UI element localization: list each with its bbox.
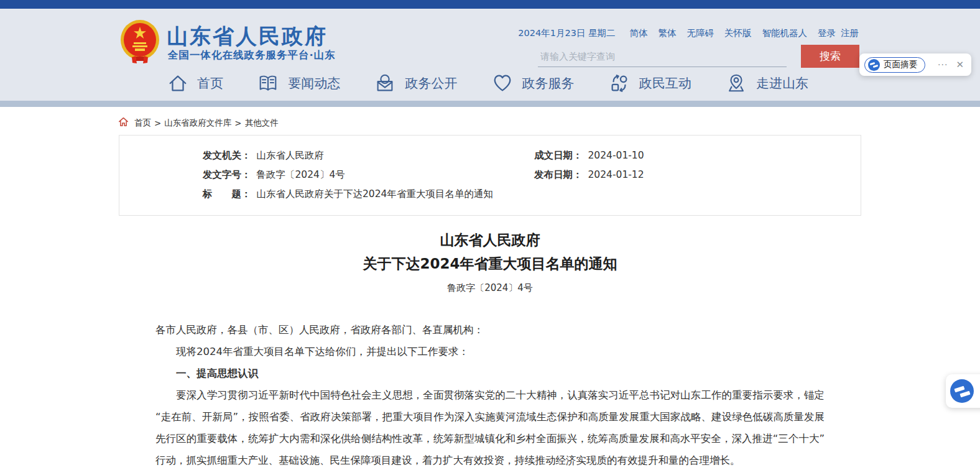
document-body: 各市人民政府，各县（市、区）人民政府，省政府各部门、各直属机构： 现将2024年… bbox=[155, 319, 825, 470]
search-button[interactable]: 搜索 bbox=[801, 45, 859, 68]
nav-item-label: 走进山东 bbox=[756, 75, 808, 92]
link-register[interactable]: 注册 bbox=[841, 27, 859, 39]
link-accessibility[interactable]: 无障碍 bbox=[687, 27, 714, 39]
site-header: 山东省人民政府 全国一体化在线政务服务平台·山东 2024年1月23日 星期二 … bbox=[0, 9, 980, 66]
link-login[interactable]: 登录 bbox=[818, 27, 836, 39]
meta-value-issuing-agency: 山东省人民政府 bbox=[257, 150, 325, 161]
meta-label-issuing-agency: 发文机关： bbox=[203, 150, 251, 161]
page-summary-label: 页面摘要 bbox=[884, 59, 917, 70]
close-icon[interactable]: ✕ bbox=[956, 59, 964, 70]
national-emblem-logo[interactable] bbox=[119, 20, 160, 65]
link-smart-robot[interactable]: 智能机器人 bbox=[762, 27, 808, 39]
breadcrumb-separator: > bbox=[234, 118, 241, 128]
nav-item-label: 政务公开 bbox=[405, 75, 457, 92]
breadcrumb-home[interactable]: 首页 bbox=[134, 118, 151, 129]
main-nav: 首页 要闻动态 政务公开 政务服务 bbox=[0, 66, 980, 101]
heart-icon bbox=[491, 72, 514, 94]
ai-assistant-icon bbox=[868, 59, 880, 71]
meta-row: 发文机关：山东省人民政府 成文日期：2024-01-10 bbox=[119, 146, 861, 165]
link-care-version[interactable]: 关怀版 bbox=[724, 27, 752, 39]
site-title: 山东省人民政府 bbox=[167, 22, 328, 51]
interaction-icon bbox=[608, 72, 631, 94]
meta-label-doc-number: 发文字号： bbox=[203, 169, 251, 180]
meta-row: 标 题：山东省人民政府关于下达2024年省重大项目名单的通知 bbox=[119, 185, 861, 204]
current-date: 2024年1月23日 星期二 bbox=[518, 27, 615, 39]
paragraph-section-1: 要深入学习贯彻习近平新时代中国特色社会主义思想，全面贯彻落实党的二十大精神，认真… bbox=[155, 384, 825, 470]
meta-value-publish-date: 2024-01-12 bbox=[588, 169, 644, 180]
breadcrumb-library[interactable]: 山东省政府文件库 bbox=[164, 118, 231, 129]
map-pin-icon bbox=[724, 72, 748, 94]
meta-label-title: 标 题： bbox=[203, 188, 251, 200]
meta-value-written-date: 2024-01-10 bbox=[588, 150, 644, 161]
breadcrumb-current: 其他文件 bbox=[245, 118, 279, 129]
nav-item-label: 首页 bbox=[197, 75, 223, 92]
paragraph-salutation: 各市人民政府，各县（市、区）人民政府，省政府各部门、各直属机构： bbox=[155, 319, 825, 341]
meta-label-written-date: 成文日期： bbox=[534, 150, 583, 161]
meta-value-title: 山东省人民政府关于下达2024年省重大项目名单的通知 bbox=[257, 188, 493, 200]
nav-item-label: 政民互动 bbox=[639, 75, 691, 92]
nav-divider-strip bbox=[0, 101, 980, 107]
nav-item-gov-info[interactable]: 政务公开 bbox=[373, 72, 457, 94]
site-subtitle: 全国一体化在线政务服务平台·山东 bbox=[168, 48, 336, 62]
nav-item-interaction[interactable]: 政民互动 bbox=[608, 72, 691, 94]
quick-links: 2024年1月23日 星期二 简体 繁体 无障碍 关怀版 智能机器人 登录 注册 bbox=[518, 27, 859, 39]
meta-value-doc-number: 鲁政字〔2024〕4号 bbox=[257, 169, 345, 180]
document-number: 鲁政字〔2024〕4号 bbox=[0, 282, 980, 294]
search-input[interactable] bbox=[538, 46, 787, 67]
breadcrumb-separator: > bbox=[154, 118, 161, 128]
paragraph-intro: 现将2024年省重大项目名单下达给你们，并提出以下工作要求： bbox=[155, 341, 825, 362]
ai-assistant-icon bbox=[950, 379, 974, 403]
book-icon bbox=[256, 72, 280, 94]
nav-item-label: 政务服务 bbox=[522, 75, 575, 92]
nav-item-home[interactable]: 首页 bbox=[167, 72, 223, 94]
link-traditional[interactable]: 繁体 bbox=[659, 27, 677, 39]
document-meta-box: 发文机关：山东省人民政府 成文日期：2024-01-10 发文字号：鲁政字〔20… bbox=[119, 135, 861, 216]
page-summary-button[interactable]: 页面摘要 bbox=[864, 57, 925, 73]
document-title-line1: 山东省人民政府 bbox=[0, 228, 980, 252]
document-header: 山东省人民政府 关于下达2024年省重大项目名单的通知 鲁政字〔2024〕4号 bbox=[0, 228, 980, 294]
top-bar bbox=[0, 0, 980, 9]
breadcrumb: 首页 > 山东省政府文件库 > 其他文件 bbox=[118, 117, 980, 129]
section-heading-1: 一、提高思想认识 bbox=[155, 362, 825, 384]
breadcrumb-home-icon[interactable] bbox=[118, 117, 129, 129]
nav-item-label: 要闻动态 bbox=[288, 75, 340, 92]
nav-item-explore-shandong[interactable]: 走进山东 bbox=[724, 72, 808, 94]
meta-row: 发文字号：鲁政字〔2024〕4号 发布日期：2024-01-12 bbox=[119, 165, 861, 185]
meta-label-publish-date: 发布日期： bbox=[534, 169, 583, 180]
home-icon bbox=[167, 72, 189, 94]
more-options-icon[interactable]: ··· bbox=[938, 60, 948, 70]
document-title-line2: 关于下达2024年省重大项目名单的通知 bbox=[0, 252, 980, 275]
nav-item-news[interactable]: 要闻动态 bbox=[256, 72, 340, 94]
mail-icon bbox=[373, 72, 397, 94]
ai-assistant-fab[interactable] bbox=[946, 374, 980, 408]
page-summary-widget: 页面摘要 ··· ✕ bbox=[859, 53, 971, 76]
link-simplified[interactable]: 简体 bbox=[630, 27, 648, 39]
nav-item-gov-services[interactable]: 政务服务 bbox=[491, 72, 575, 94]
